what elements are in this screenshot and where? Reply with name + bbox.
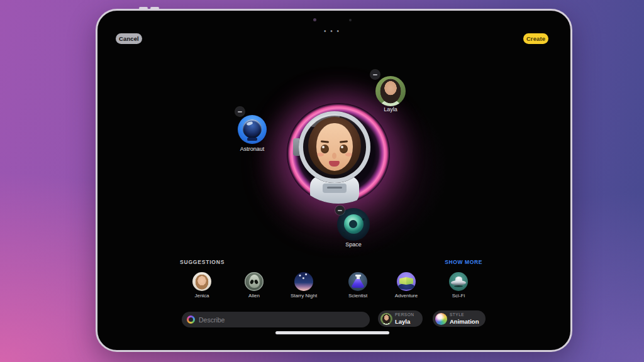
character-blush <box>345 153 352 156</box>
attachment-space[interactable]: Space <box>337 208 370 241</box>
ufo-shadow <box>454 285 463 287</box>
suggestion-jenica[interactable]: Jenica <box>183 272 221 299</box>
suggestion-label: Jenica <box>183 293 221 299</box>
home-indicator[interactable] <box>275 331 389 334</box>
person-chip[interactable]: PERSON Layla <box>378 310 423 327</box>
ipad-device-frame: Cancel • • • Create <box>96 9 572 352</box>
remove-attachment-button[interactable] <box>235 107 245 116</box>
style-chip-value: Animation <box>450 319 479 325</box>
planet-glyph <box>344 214 364 234</box>
volume-button <box>150 7 159 9</box>
style-chip-category: STYLE <box>450 313 479 317</box>
open-map-icon <box>397 272 416 291</box>
moon-dot <box>362 218 365 221</box>
describe-input[interactable]: Describe <box>182 312 370 327</box>
suggestion-label: Sci-Fi <box>440 293 477 299</box>
desktop-background: Cancel • • • Create <box>0 0 644 362</box>
astronaut-helmet-icon <box>238 115 267 144</box>
suggestion-scifi[interactable]: Sci-Fi <box>440 272 477 299</box>
moon-dot <box>342 232 345 235</box>
character-eye <box>340 145 348 153</box>
suggestions-header: SUGGESTIONS <box>180 259 225 265</box>
create-button[interactable]: Create <box>523 33 548 44</box>
attachment-layla[interactable]: Layla <box>375 76 406 106</box>
astronaut-helmet <box>299 111 370 183</box>
person-chip-value: Layla <box>395 319 414 325</box>
suggestion-label: Alien <box>235 293 273 299</box>
map-page <box>406 277 413 285</box>
person-photo-jenica-icon <box>192 272 211 291</box>
front-camera-icon <box>313 18 316 21</box>
flask-icon <box>348 272 367 291</box>
flask-body <box>352 279 364 288</box>
suggestion-label: Starry Night <box>285 293 323 299</box>
image-playground-screen: Cancel • • • Create <box>98 11 570 349</box>
apple-intelligence-icon <box>187 315 195 324</box>
generated-image-preview[interactable] <box>287 103 390 204</box>
astronaut-helmet-glyph <box>243 119 262 138</box>
more-menu-button[interactable]: • • • <box>312 28 352 35</box>
describe-placeholder: Describe <box>199 316 225 324</box>
alien-head-glyph <box>249 275 260 288</box>
sensor-dot-icon <box>349 19 352 21</box>
attachment-astronaut[interactable]: Astronaut <box>238 115 267 144</box>
night-sky-icon <box>294 272 313 291</box>
suggestion-starry-night[interactable]: Starry Night <box>285 272 323 299</box>
remove-attachment-button[interactable] <box>370 70 380 79</box>
ufo-icon <box>449 272 468 291</box>
suggestion-label: Adventure <box>387 293 425 299</box>
attachment-label: Astronaut <box>214 146 290 152</box>
suggestion-scientist[interactable]: Scientist <box>339 272 377 299</box>
cancel-button[interactable]: Cancel <box>116 33 142 44</box>
character-nose <box>332 153 336 159</box>
suggestion-label: Scientist <box>339 293 377 299</box>
remove-attachment-button[interactable] <box>335 206 345 215</box>
person-chip-category: PERSON <box>395 313 414 317</box>
style-swirl-icon <box>435 313 447 325</box>
attachment-label: Space <box>316 241 391 248</box>
suggestion-adventure[interactable]: Adventure <box>387 272 425 299</box>
show-more-link[interactable]: SHOW MORE <box>445 259 482 265</box>
person-avatar <box>380 313 392 325</box>
attachment-label: Layla <box>353 106 428 112</box>
volume-button <box>139 7 148 9</box>
map-page <box>399 277 406 285</box>
alien-eye <box>250 279 255 285</box>
flask-rim <box>355 275 361 277</box>
alien-eye <box>254 279 259 285</box>
suggestion-alien[interactable]: Alien <box>235 272 273 299</box>
person-photo-thumb <box>375 76 406 106</box>
style-chip[interactable]: STYLE Animation <box>433 310 486 327</box>
character-eye <box>321 145 329 153</box>
character-blush <box>317 153 324 156</box>
astronaut-helmet-base <box>247 138 257 141</box>
alien-head-icon <box>245 272 264 291</box>
ufo-disc <box>451 280 466 285</box>
astronaut-chest-panel <box>323 184 347 193</box>
